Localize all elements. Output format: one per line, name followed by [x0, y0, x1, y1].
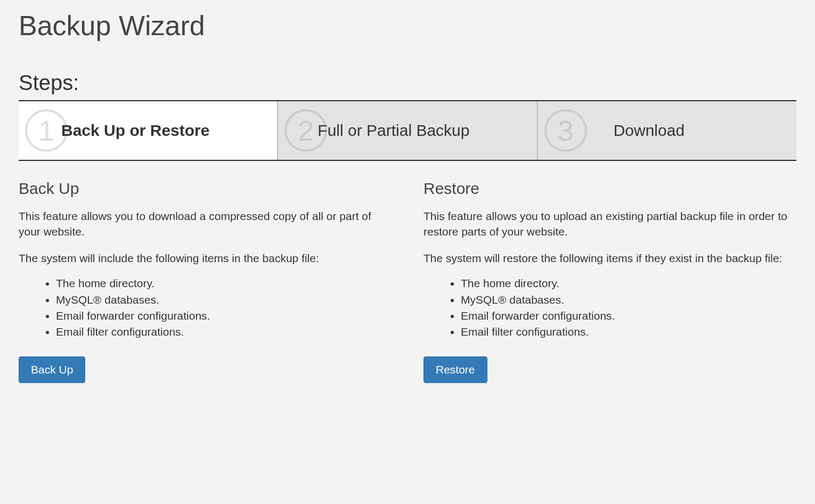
step-label-2: Full or Partial Backup [317, 121, 469, 140]
list-item: MySQL® databases. [461, 292, 796, 308]
page-title: Backup Wizard [19, 10, 796, 42]
content-columns: Back Up This feature allows you to downl… [19, 180, 796, 383]
steps-tabs: 1 Back Up or Restore 2 Full or Partial B… [19, 100, 796, 161]
restore-list-intro: The system will restore the following it… [423, 250, 796, 266]
backup-title: Back Up [19, 180, 392, 198]
list-item: MySQL® databases. [56, 292, 392, 308]
list-item: Email filter configurations. [56, 324, 392, 340]
restore-section: Restore This feature allows you to uploa… [423, 180, 796, 383]
step-tab-2[interactable]: 2 Full or Partial Backup [278, 101, 537, 160]
step-label-3: Download [614, 121, 684, 140]
steps-heading: Steps: [19, 71, 796, 95]
step-tab-3[interactable]: 3 Download [538, 101, 796, 160]
list-item: Email forwarder configurations. [461, 308, 796, 324]
backup-button[interactable]: Back Up [19, 356, 85, 383]
backup-section: Back Up This feature allows you to downl… [19, 180, 392, 383]
step-label-1: Back Up or Restore [61, 121, 209, 140]
restore-items: The home directory. MySQL® databases. Em… [423, 275, 796, 340]
list-item: Email forwarder configurations. [56, 308, 392, 324]
backup-list-intro: The system will include the following it… [19, 250, 392, 266]
backup-items: The home directory. MySQL® databases. Em… [19, 275, 392, 340]
backup-desc: This feature allows you to download a co… [19, 208, 392, 240]
list-item: Email filter configurations. [461, 324, 796, 340]
restore-button[interactable]: Restore [423, 356, 487, 383]
step-number-3: 3 [544, 109, 587, 152]
step-tab-1[interactable]: 1 Back Up or Restore [19, 101, 278, 160]
list-item: The home directory. [461, 275, 796, 291]
restore-title: Restore [423, 180, 796, 198]
list-item: The home directory. [56, 275, 392, 291]
restore-desc: This feature allows you to upload an exi… [423, 208, 796, 240]
